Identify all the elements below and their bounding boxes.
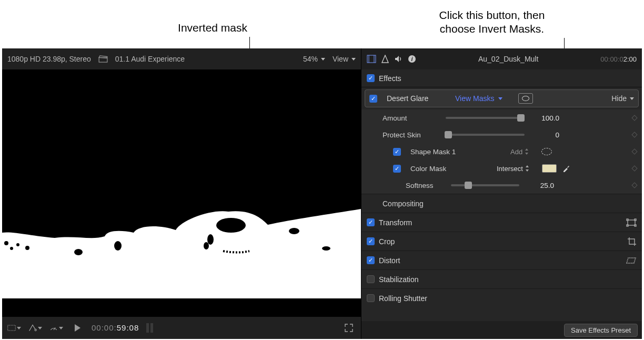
view-label: View xyxy=(333,55,348,63)
param-label: Protect Skin xyxy=(383,131,440,139)
crop-section[interactable]: Crop xyxy=(361,232,642,251)
distort-label: Distort xyxy=(379,256,400,265)
mask-blend-intersect-dropdown[interactable]: Intersect xyxy=(497,165,529,173)
shape-mask-icon[interactable] xyxy=(541,148,552,155)
transform-icon[interactable] xyxy=(626,218,637,227)
view-dropdown[interactable]: View xyxy=(333,55,356,63)
inverted-mask-preview xyxy=(2,88,361,298)
svg-point-6 xyxy=(322,246,330,251)
svg-rect-21 xyxy=(628,220,635,225)
svg-point-10 xyxy=(10,247,13,250)
frame-size-dropdown[interactable] xyxy=(7,323,21,333)
effects-checkbox[interactable] xyxy=(367,74,375,82)
svg-point-9 xyxy=(4,241,8,245)
transform-section[interactable]: Transform xyxy=(361,213,642,232)
playback-speed-dropdown[interactable] xyxy=(49,323,63,333)
effects-label: Effects xyxy=(379,74,401,83)
fullscreen-button[interactable] xyxy=(342,323,356,333)
svg-point-5 xyxy=(289,228,299,234)
distort-checkbox[interactable] xyxy=(367,256,375,264)
info-tab-icon[interactable]: i xyxy=(408,55,416,63)
distort-icon[interactable] xyxy=(625,257,637,264)
viewer-transport: 00:00:59:08 xyxy=(2,317,361,339)
svg-point-11 xyxy=(16,243,19,246)
inspector-footer: Save Effects Preset xyxy=(361,321,642,339)
effect-desert-glare[interactable]: Desert Glare View Masks Hide xyxy=(365,89,639,107)
chevron-down-icon xyxy=(17,327,21,329)
viewer-panel: 1080p HD 23.98p, Stereo 01.1 Audi Experi… xyxy=(2,48,361,339)
svg-rect-13 xyxy=(8,325,16,331)
stabilization-checkbox[interactable] xyxy=(367,275,375,283)
video-tab-icon[interactable] xyxy=(367,55,376,63)
color-channels-dropdown[interactable] xyxy=(28,323,42,333)
crop-label: Crop xyxy=(379,237,395,246)
inspector-clip-name: Au_02_Dusk_Mult xyxy=(422,55,594,63)
chevron-down-icon xyxy=(351,58,356,61)
param-shape-mask: Shape Mask 1 Add xyxy=(361,143,642,160)
protect-skin-slider[interactable] xyxy=(446,134,525,136)
keyframe-button[interactable] xyxy=(631,132,637,137)
chevron-down-icon xyxy=(38,327,42,329)
effects-section-header[interactable]: Effects xyxy=(361,69,642,87)
zoom-dropdown[interactable]: 54% xyxy=(303,55,325,63)
keyframe-button[interactable] xyxy=(631,182,637,188)
mask-blend-add-dropdown[interactable]: Add xyxy=(510,148,529,156)
viewer-toolbar: 1080p HD 23.98p, Stereo 01.1 Audi Experi… xyxy=(2,48,361,69)
svg-point-2 xyxy=(216,218,246,233)
callout-inverted-mask: Inverted mask xyxy=(110,21,247,35)
chevron-down-icon xyxy=(630,97,634,100)
audio-tab-icon[interactable] xyxy=(394,55,402,63)
color-swatch[interactable] xyxy=(542,164,557,173)
clapperboard-icon xyxy=(98,55,108,63)
mask-oval-icon xyxy=(522,96,529,101)
transform-checkbox[interactable] xyxy=(367,218,375,226)
chevron-down-icon xyxy=(59,327,63,329)
keyframe-button[interactable] xyxy=(631,115,637,121)
compositing-section[interactable]: Compositing xyxy=(361,194,642,213)
protect-skin-value[interactable]: 0 xyxy=(530,131,559,139)
softness-value[interactable]: 25.0 xyxy=(525,182,554,189)
amount-value[interactable]: 100.0 xyxy=(530,114,559,122)
rolling-shutter-section[interactable]: Rolling Shutter xyxy=(361,288,642,307)
param-protect-skin: Protect Skin 0 xyxy=(361,126,642,143)
svg-point-7 xyxy=(114,241,122,251)
zoom-value: 54% xyxy=(303,55,318,63)
svg-point-3 xyxy=(207,234,214,245)
app-window: 1080p HD 23.98p, Stereo 01.1 Audi Experi… xyxy=(2,48,642,339)
chevron-down-icon xyxy=(321,58,325,61)
param-label: Softness xyxy=(406,182,446,189)
keyframe-button[interactable] xyxy=(631,165,637,171)
amount-slider[interactable] xyxy=(446,117,525,119)
softness-slider[interactable] xyxy=(451,184,519,186)
stabilization-label: Stabilization xyxy=(379,275,419,284)
color-tab-icon[interactable] xyxy=(381,55,389,63)
param-softness: Softness 25.0 xyxy=(361,177,642,194)
shape-mask-checkbox[interactable] xyxy=(393,148,401,156)
rolling-shutter-label: Rolling Shutter xyxy=(379,294,427,303)
play-button[interactable] xyxy=(71,323,84,333)
format-label: 1080p HD 23.98p, Stereo xyxy=(7,55,91,63)
effect-enable-checkbox[interactable] xyxy=(369,95,377,103)
stabilization-section[interactable]: Stabilization xyxy=(361,269,642,288)
clip-title: 01.1 Audi Experience xyxy=(115,55,185,63)
save-effects-preset-button[interactable]: Save Effects Preset xyxy=(564,324,638,337)
eyedropper-icon[interactable] xyxy=(562,164,570,173)
transform-label: Transform xyxy=(379,218,412,227)
rolling-shutter-checkbox[interactable] xyxy=(367,294,375,302)
param-label: Color Mask xyxy=(410,165,458,173)
effect-name: Desert Glare xyxy=(387,94,450,103)
crop-icon[interactable] xyxy=(627,237,637,246)
keyframe-button[interactable] xyxy=(631,148,637,154)
color-mask-checkbox[interactable] xyxy=(393,165,401,173)
hide-dropdown[interactable]: Hide xyxy=(611,94,634,103)
timecode-display[interactable]: 00:00:59:08 xyxy=(92,323,139,333)
audio-meters xyxy=(146,323,153,333)
svg-point-12 xyxy=(25,246,29,250)
crop-checkbox[interactable] xyxy=(367,237,375,245)
view-masks-dropdown[interactable]: View Masks xyxy=(455,94,502,103)
chevron-down-icon xyxy=(498,97,502,100)
apply-effect-masks-button[interactable] xyxy=(518,93,533,104)
distort-section[interactable]: Distort xyxy=(361,251,642,269)
svg-point-14 xyxy=(35,329,36,331)
viewer-canvas[interactable] xyxy=(2,69,361,317)
